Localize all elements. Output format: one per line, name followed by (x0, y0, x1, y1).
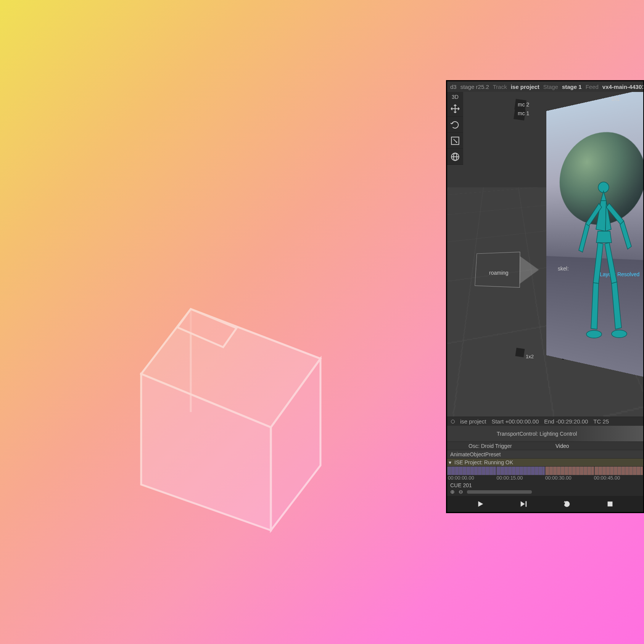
viewport-toolbar: 3D (447, 92, 463, 165)
svg-marker-17 (596, 231, 612, 243)
label-skel: skel: (558, 266, 569, 272)
breadcrumb-feed-value[interactable]: vx4-main-44301 feeds (602, 84, 643, 90)
play-section-button[interactable] (519, 500, 528, 508)
collapse-icon[interactable]: ▾ (449, 459, 451, 465)
cue-label[interactable]: CUE 201 (450, 482, 472, 488)
svg-marker-19 (591, 283, 599, 329)
play-icon (476, 500, 485, 508)
timeline-ruler[interactable]: 00:00:00.00 00:00:15.00 00:00:30.00 00:0… (447, 467, 643, 482)
svg-point-20 (586, 330, 602, 338)
loop-icon (563, 500, 571, 508)
transport-controls (447, 496, 643, 512)
svg-point-23 (612, 330, 627, 338)
play-button[interactable] (476, 500, 485, 508)
move-tool-button[interactable] (447, 101, 463, 117)
app-window: d3 stage r25.2 Track ise project Stage s… (446, 80, 644, 513)
breadcrumb-bar: d3 stage r25.2 Track ise project Stage s… (447, 81, 643, 92)
play-section-icon (519, 500, 528, 508)
svg-marker-14 (579, 224, 589, 252)
track-label: TransportControl: Lighting Control (494, 431, 597, 437)
viewport-mode-3d[interactable]: 3D (447, 92, 463, 101)
info-start-time: Start +00:00:00.00 (491, 418, 539, 425)
svg-marker-22 (612, 282, 621, 329)
info-timecode: TC 25 (593, 418, 609, 425)
info-project-name[interactable]: ise project (460, 418, 486, 425)
track-row-osc[interactable]: Osc: Droid Trigger Video (447, 442, 643, 450)
timeline-panel: ise project Start +00:00:00.00 End -00:2… (447, 417, 643, 512)
ruler-tick: 00:00:30.00 (545, 475, 594, 481)
globe-tool-button[interactable] (447, 149, 463, 165)
record-indicator-icon (451, 420, 455, 423)
svg-marker-21 (605, 243, 617, 283)
viewport-3d[interactable]: 3D roaming (447, 92, 643, 417)
breadcrumb-stage-label: Stage (543, 84, 558, 90)
globe-icon (450, 152, 460, 162)
svg-marker-16 (620, 221, 631, 249)
fullscreen-icon (450, 136, 460, 146)
track-row-status[interactable]: ▾ ISE Project: Running OK (447, 459, 643, 467)
info-end-time: End -00:29:20.00 (544, 418, 588, 425)
zoom-scrollbar[interactable] (467, 490, 532, 494)
ruler-segment[interactable] (545, 467, 594, 475)
skeleton-character[interactable] (575, 180, 632, 363)
cue-row: CUE 201 (447, 482, 643, 488)
track-row-transport[interactable]: TransportControl: Lighting Control (447, 426, 643, 442)
rotate-tool-button[interactable] (447, 117, 463, 133)
zoom-row: ⊕ ⊖ (447, 488, 643, 496)
ruler-segment[interactable] (594, 467, 644, 475)
breadcrumb-stage-value[interactable]: stage 1 (562, 84, 582, 90)
ruler-tick: 00:00:15.00 (497, 475, 546, 481)
label-1x1: 1x1 (611, 96, 620, 102)
label-1x2: 1x2 (526, 354, 534, 359)
breadcrumb-track-value[interactable]: ise project (511, 84, 539, 90)
track-label: AnimateObjectPreset (447, 451, 550, 457)
ruler-segment[interactable] (496, 467, 546, 475)
track-block-video[interactable]: Video (550, 443, 643, 449)
ruler-segment[interactable] (447, 467, 496, 475)
fullscreen-tool-button[interactable] (447, 133, 463, 149)
track-list: TransportControl: Lighting Control Osc: … (447, 426, 643, 467)
track-row-animate[interactable]: AnimateObjectPreset (447, 450, 643, 459)
ruler-tick: 00:00:00.00 (448, 475, 497, 481)
zoom-out-icon[interactable]: ⊖ (459, 489, 463, 495)
background-cube (76, 286, 401, 553)
svg-rect-28 (608, 502, 613, 507)
zoom-in-icon[interactable]: ⊕ (450, 489, 455, 495)
svg-marker-25 (521, 501, 525, 507)
svg-rect-26 (526, 501, 527, 507)
label-mc2: mc 2 (518, 101, 529, 108)
move-icon (450, 104, 460, 114)
breadcrumb-track-label: Track (493, 84, 507, 90)
breadcrumb-feed-label: Feed (586, 84, 599, 90)
marker-1x2[interactable] (515, 348, 525, 357)
breadcrumb-d3[interactable]: d3 (450, 84, 457, 90)
status-text: ISE Project: Running OK (451, 459, 643, 465)
camera-label[interactable]: roaming (489, 270, 509, 276)
timeline-info-bar: ise project Start +00:00:00.00 End -00:2… (447, 417, 643, 426)
loop-button[interactable] (563, 500, 571, 508)
svg-marker-24 (478, 501, 483, 507)
breadcrumb-stage-version[interactable]: stage r25.2 (460, 84, 489, 90)
stop-icon (606, 500, 614, 508)
stop-button[interactable] (606, 500, 614, 508)
svg-marker-18 (593, 243, 603, 283)
label-mc1: mc 1 (518, 110, 529, 116)
rotate-icon (450, 120, 460, 130)
track-label: Osc: Droid Trigger (447, 443, 550, 449)
ruler-tick: 00:00:45.00 (594, 475, 643, 481)
